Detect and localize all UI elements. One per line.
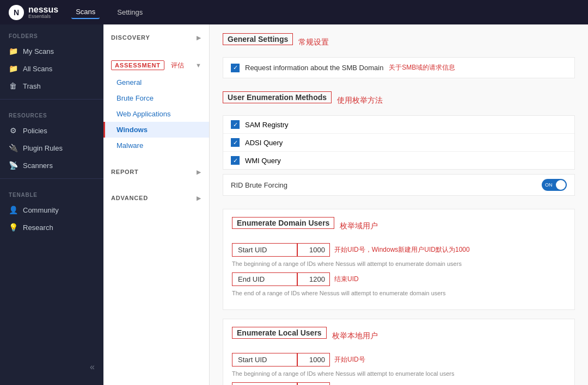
domain-start-uid-value[interactable]: 1000 (297, 243, 330, 257)
local-end-uid-value[interactable]: 1200 (297, 382, 330, 385)
sidebar: FOLDERS 📁 My Scans 📁 All Scans 🗑 Trash R… (0, 24, 103, 385)
report-section: REPORT ▶ (103, 159, 209, 185)
rid-toggle[interactable]: ON (542, 179, 567, 191)
logo: N nessus Essentials (9, 5, 58, 20)
community-label: Community (23, 206, 59, 214)
enum-domain-title-row: Enumerate Domain Users 枚举域用户 (232, 217, 566, 235)
my-scans-label: My Scans (23, 47, 54, 55)
config-general[interactable]: General (103, 74, 209, 90)
plugin-rules-label: Plugin Rules (23, 144, 63, 152)
policies-label: Policies (23, 127, 47, 135)
logo-text-block: nessus Essentials (28, 5, 58, 19)
plugin-rules-icon: 🔌 (9, 144, 17, 152)
folders-label: FOLDERS (0, 24, 103, 42)
enum-local-title: Enumerate Local Users (232, 327, 327, 339)
domain-start-uid-row: Start UID 1000 开始UID号，Windows新建用户UID默认为1… (232, 243, 566, 257)
research-label: Research (23, 223, 53, 232)
local-start-uid-label: Start UID (232, 353, 297, 367)
local-start-uid-value[interactable]: 1000 (297, 353, 330, 367)
assessment-chevron: ▼ (195, 62, 201, 69)
sidebar-item-scanners[interactable]: 📡 Scanners (0, 157, 103, 174)
adsi-row: ✓ ADSI Query (223, 134, 574, 152)
user-enum-section: ✓ SAM Registry ✓ ADSI Query ✓ WMI Query (223, 115, 575, 170)
domain-start-uid-label: Start UID (232, 243, 297, 257)
config-malware[interactable]: Malware (103, 138, 209, 153)
user-enum-title: User Enumeration Methods (223, 91, 332, 103)
config-web-applications[interactable]: Web Applications (103, 106, 209, 122)
discovery-section: DISCOVERY ▶ (103, 24, 209, 51)
policies-icon: ⚙ (9, 126, 17, 135)
resources-label: RESOURCES (0, 104, 103, 122)
trash-label: Trash (23, 82, 41, 90)
advanced-label: ADVANCED (111, 195, 148, 201)
local-start-uid-desc: The beginning of a range of IDs where Ne… (232, 369, 566, 382)
scanners-icon: 📡 (9, 161, 17, 170)
community-icon: 👤 (9, 206, 17, 214)
sam-row: ✓ SAM Registry (223, 116, 574, 134)
enum-domain-title: Enumerate Domain Users (232, 217, 334, 229)
advanced-section: ADVANCED ▶ (103, 185, 209, 211)
sam-label: SAM Registry (245, 121, 288, 129)
config-windows[interactable]: Windows (103, 122, 209, 138)
general-settings-row: General Settings 常规设置 (223, 33, 575, 52)
enum-local-section: Enumerate Local Users 枚举本地用户 Start UID 1… (223, 319, 575, 385)
smb-domain-checkbox[interactable]: ✓ (231, 64, 240, 72)
wmi-checkbox[interactable]: ✓ (231, 156, 240, 165)
sidebar-item-research[interactable]: 💡 Research (0, 219, 103, 236)
user-enum-cn: 使用枚举方法 (337, 96, 383, 105)
tenable-label: TENABLE (0, 183, 103, 201)
sidebar-divider-2 (0, 178, 103, 179)
trash-icon: 🗑 (9, 82, 17, 90)
enum-local-cn: 枚举本地用户 (332, 331, 378, 341)
sidebar-item-policies[interactable]: ⚙ Policies (0, 122, 103, 139)
report-header[interactable]: REPORT ▶ (103, 164, 209, 179)
nav-settings[interactable]: Settings (113, 6, 147, 18)
assessment-header[interactable]: ASSESSMENT 评估 ▼ (103, 56, 209, 74)
domain-end-uid-desc: The end of a range of IDs where Nessus w… (232, 288, 566, 302)
discovery-header[interactable]: DISCOVERY ▶ (103, 30, 209, 45)
domain-end-uid-value[interactable]: 1200 (297, 272, 330, 286)
sidebar-item-trash[interactable]: 🗑 Trash (0, 77, 103, 95)
toggle-on-text: ON (545, 182, 553, 188)
all-scans-label: All Scans (23, 65, 52, 73)
scanners-label: Scanners (23, 162, 53, 170)
sidebar-item-all-scans[interactable]: 📁 All Scans (0, 60, 103, 77)
enum-local-title-row: Enumerate Local Users 枚举本地用户 (232, 327, 566, 345)
adsi-label: ADSI Query (245, 139, 283, 147)
main-content: General Settings 常规设置 ✓ Request informat… (210, 24, 588, 385)
nav-scans[interactable]: Scans (71, 5, 100, 19)
research-icon: 💡 (9, 223, 17, 232)
advanced-chevron: ▶ (197, 195, 201, 201)
advanced-header[interactable]: ADVANCED ▶ (103, 190, 209, 206)
smb-domain-row: ✓ Request information about the SMB Doma… (223, 57, 575, 78)
wmi-row: ✓ WMI Query (223, 152, 574, 169)
general-settings-cn: 常规设置 (298, 38, 329, 47)
assessment-badge: ASSESSMENT (111, 60, 164, 70)
sidebar-item-my-scans[interactable]: 📁 My Scans (0, 42, 103, 60)
enum-domain-section: Enumerate Domain Users 枚举域用户 Start UID 1… (223, 209, 575, 310)
smb-domain-cn: 关于SMB域的请求信息 (389, 63, 455, 72)
user-enum-row: User Enumeration Methods 使用枚举方法 (223, 91, 575, 110)
sam-checkbox[interactable]: ✓ (231, 120, 240, 129)
sidebar-item-community[interactable]: 👤 Community (0, 201, 103, 219)
rid-label: RID Brute Forcing (231, 181, 534, 189)
domain-start-uid-desc: The beginning of a range of IDs where Ne… (232, 259, 566, 272)
adsi-checkbox[interactable]: ✓ (231, 138, 240, 147)
top-navigation: N nessus Essentials Scans Settings (0, 0, 588, 24)
domain-end-uid-label: End UID (232, 272, 297, 286)
assessment-section: ASSESSMENT 评估 ▼ General Brute Force Web … (103, 51, 209, 159)
domain-end-uid-row: End UID 1200 结束UID (232, 272, 566, 286)
sidebar-collapse-btn[interactable]: « (0, 358, 103, 376)
enum-domain-cn: 枚举域用户 (340, 221, 378, 231)
discovery-label: DISCOVERY (111, 34, 150, 41)
assessment-note: 评估 (171, 61, 184, 70)
general-settings-title: General Settings (223, 33, 293, 45)
config-panel: DISCOVERY ▶ ASSESSMENT 评估 ▼ General Brut… (103, 24, 210, 385)
sidebar-item-plugin-rules[interactable]: 🔌 Plugin Rules (0, 139, 103, 157)
sidebar-divider-1 (0, 99, 103, 100)
config-brute-force[interactable]: Brute Force (103, 90, 209, 106)
rid-row: RID Brute Forcing ON (223, 174, 575, 196)
my-scans-icon: 📁 (9, 47, 17, 55)
domain-end-uid-cn: 结束UID (334, 275, 359, 284)
toggle-knob (556, 180, 566, 190)
